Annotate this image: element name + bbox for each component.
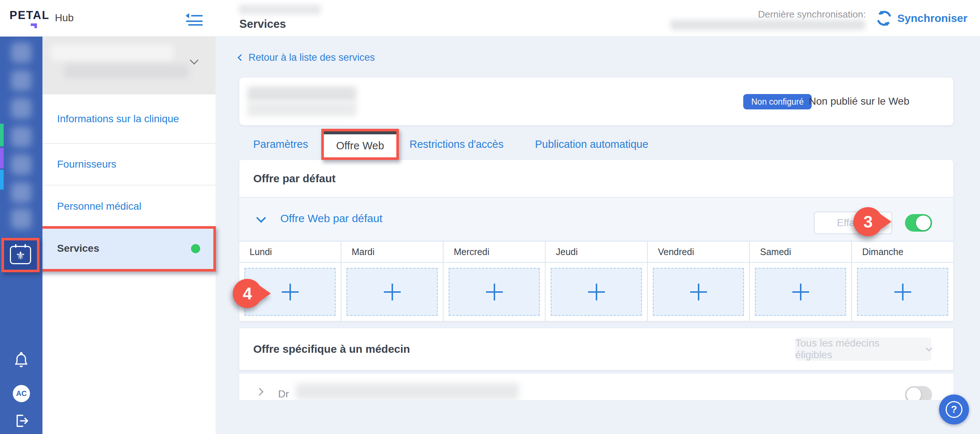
- web-offer-title: Offre Web par défaut: [280, 212, 382, 225]
- status-badge: Non configuré: [743, 94, 812, 110]
- menu-item-suppliers[interactable]: Fournisseurs: [43, 144, 216, 186]
- add-slot-button[interactable]: [347, 268, 438, 316]
- plus-icon: [894, 284, 911, 300]
- plus-icon: [690, 284, 707, 300]
- web-publication-status: Non publié sur le Web: [809, 95, 909, 107]
- day-header: Mercredi: [444, 242, 545, 263]
- app-window: PETAL Hub Services Dernière synchronisat…: [0, 0, 980, 434]
- status-dot-green: [191, 244, 200, 253]
- day-column: Samedi: [749, 242, 851, 321]
- menu-item-clinic-info[interactable]: Informations sur la clinique: [43, 94, 216, 144]
- last-sync-timestamp-redacted: [670, 20, 865, 30]
- annotation-box-tab-offre-web: Offre Web: [321, 129, 399, 160]
- nav-icon-placeholder: [11, 154, 32, 175]
- clinic-selector[interactable]: [43, 37, 216, 94]
- bell-icon[interactable]: [12, 350, 30, 370]
- add-slot-button[interactable]: [551, 268, 642, 316]
- clinic-subtitle-redacted: [64, 64, 189, 78]
- default-offer-section-title: Offre par défaut: [239, 160, 953, 198]
- last-sync-label: Dernière synchronisation:: [758, 9, 866, 20]
- product-name-label: Hub: [55, 12, 73, 24]
- chevron-down-icon: [926, 345, 932, 351]
- breadcrumb-redacted: [239, 5, 321, 14]
- plus-icon: [486, 284, 503, 300]
- day-column: Mercredi: [443, 242, 545, 321]
- web-offer-row: Offre Web par défaut Effacer: [239, 198, 953, 241]
- week-schedule-table: Lundi Mardi: [239, 241, 953, 321]
- nav-indicator-cyan: [0, 170, 4, 189]
- tab-offre-web[interactable]: Offre Web: [324, 134, 396, 157]
- nav-indicator-green: [0, 124, 4, 146]
- circular-arrows-icon[interactable]: [875, 9, 894, 28]
- add-slot-button[interactable]: [857, 268, 948, 316]
- eligible-physicians-dropdown[interactable]: Tous les médecins éligibles: [795, 337, 931, 361]
- nav-sidebar: ⚜ AC: [0, 37, 43, 434]
- user-avatar[interactable]: AC: [13, 385, 30, 402]
- collapse-menu-icon[interactable]: [182, 11, 203, 27]
- service-header-card: Non configuré Non publié sur le Web: [239, 78, 953, 125]
- physician-offer-section-title: Offre spécifique à un médecin: [253, 328, 410, 370]
- doctor-prefix: Dr: [278, 388, 289, 400]
- chevron-down-icon[interactable]: [256, 213, 266, 223]
- plus-icon: [282, 284, 299, 300]
- day-column: Vendredi: [647, 242, 749, 321]
- add-slot-button[interactable]: [653, 268, 744, 316]
- chevron-right-icon[interactable]: [256, 388, 264, 396]
- service-subtitle-redacted: [247, 102, 356, 116]
- doctor-row: Dr: [239, 374, 953, 400]
- default-offer-panel: Offre par défaut Offre Web par défaut Ef…: [239, 160, 953, 321]
- physician-offer-panel: Offre spécifique à un médecin Tous les m…: [239, 328, 953, 370]
- web-offer-toggle[interactable]: [905, 214, 932, 232]
- tab-restrictions-acces[interactable]: Restrictions d'accès: [409, 138, 504, 150]
- clinic-panel: Informations sur la clinique Fournisseur…: [43, 37, 216, 434]
- plus-icon: [588, 284, 605, 300]
- plus-icon: [384, 284, 401, 300]
- day-header: Mardi: [341, 242, 443, 263]
- add-slot-button[interactable]: [449, 268, 540, 316]
- service-name-redacted: [247, 86, 356, 102]
- menu-item-services[interactable]: Services: [43, 227, 216, 270]
- nav-icon-placeholder: [11, 208, 32, 229]
- nav-icon-placeholder: [11, 182, 32, 203]
- chevron-left-icon: [237, 54, 244, 61]
- nav-indicator-purple: [0, 148, 4, 169]
- nav-icon-placeholder: [11, 98, 32, 119]
- plus-icon: [792, 284, 809, 300]
- logout-icon[interactable]: [13, 412, 30, 429]
- day-column: Dimanche: [851, 242, 953, 321]
- day-column: Mardi: [341, 242, 443, 321]
- add-slot-button[interactable]: [755, 268, 846, 316]
- page-title: Services: [239, 17, 286, 31]
- clinic-name-redacted: [51, 45, 173, 61]
- annotation-box-active-nav: ⚜: [2, 238, 40, 272]
- help-button[interactable]: ?: [939, 394, 969, 424]
- doctor-toggle[interactable]: [905, 386, 932, 400]
- tab-publication-automatique[interactable]: Publication automatique: [535, 138, 649, 150]
- day-column: Jeudi: [545, 242, 647, 321]
- back-to-services-link[interactable]: Retour à la liste des services: [239, 52, 375, 63]
- nav-icon-placeholder: [11, 70, 32, 91]
- synchronize-button[interactable]: Synchroniser: [897, 12, 967, 24]
- day-header: Jeudi: [546, 242, 647, 263]
- add-slot-button[interactable]: [245, 268, 336, 316]
- top-bar: PETAL Hub Services Dernière synchronisat…: [0, 0, 980, 37]
- tab-parametres[interactable]: Paramètres: [253, 138, 308, 150]
- menu-item-medical-staff[interactable]: Personnel médical: [43, 186, 216, 227]
- day-column: Lundi: [239, 242, 341, 321]
- day-header: Dimanche: [852, 242, 953, 263]
- day-header: Lundi: [239, 242, 341, 263]
- calendar-fleur-de-lis-icon[interactable]: ⚜: [10, 246, 31, 264]
- nav-icon-placeholder: [11, 127, 32, 147]
- doctor-name-redacted: [296, 383, 519, 400]
- petal-logo-mark: [31, 24, 37, 28]
- clear-button[interactable]: Effacer: [814, 211, 892, 234]
- chevron-down-icon: [189, 56, 198, 64]
- nav-icon-placeholder: [11, 43, 32, 63]
- day-header: Vendredi: [648, 242, 749, 263]
- question-mark-icon: ?: [946, 401, 963, 418]
- petal-logo: PETAL: [10, 9, 49, 22]
- day-header: Samedi: [750, 242, 851, 263]
